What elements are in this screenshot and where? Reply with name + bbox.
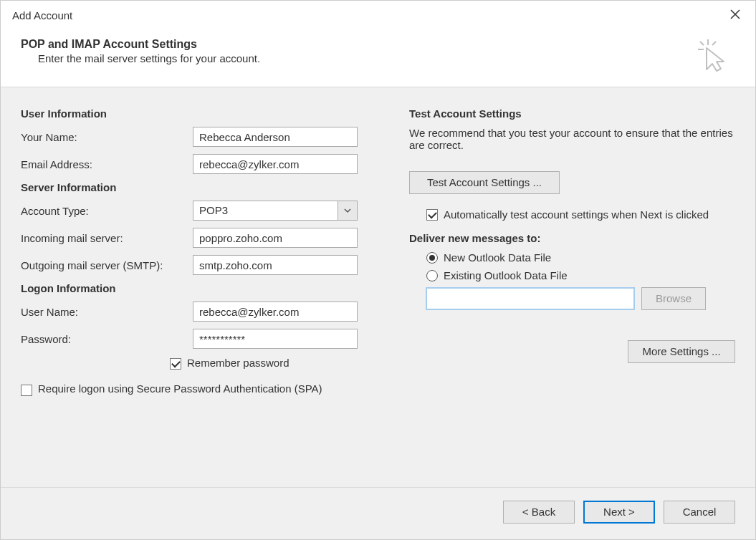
incoming-server-input[interactable] <box>193 228 358 248</box>
outgoing-server-label: Outgoing mail server (SMTP): <box>21 259 193 271</box>
account-type-select[interactable]: POP3 <box>193 201 358 221</box>
existing-data-file-label: Existing Outlook Data File <box>444 269 568 281</box>
header-subheading: Enter the mail server settings for your … <box>21 52 260 64</box>
auto-test-checkbox[interactable] <box>426 209 438 221</box>
outgoing-server-input[interactable] <box>193 255 358 275</box>
new-data-file-radio[interactable] <box>426 252 438 264</box>
account-type-label: Account Type: <box>21 205 193 217</box>
remember-password-checkbox[interactable] <box>170 358 181 370</box>
close-icon[interactable] <box>724 5 747 25</box>
window-title: Add Account <box>12 9 72 21</box>
spa-label: Require logon using Secure Password Auth… <box>38 382 322 395</box>
titlebar: Add Account <box>1 1 755 28</box>
back-button[interactable]: < Back <box>503 501 575 524</box>
remember-password-label: Remember password <box>187 357 290 369</box>
test-settings-description: We recommend that you test your account … <box>409 127 735 151</box>
user-info-title: User Information <box>21 107 386 120</box>
dialog-header: POP and IMAP Account Settings Enter the … <box>1 28 755 87</box>
your-name-label: Your Name: <box>21 131 193 143</box>
server-info-title: Server Information <box>21 181 386 193</box>
dialog-footer: < Back Next > Cancel <box>1 487 755 539</box>
existing-data-file-radio[interactable] <box>426 270 438 281</box>
spa-checkbox[interactable] <box>21 385 32 396</box>
incoming-server-label: Incoming mail server: <box>21 232 193 244</box>
email-address-input[interactable] <box>193 154 358 174</box>
deliver-messages-title: Deliver new messages to: <box>409 232 735 244</box>
svg-line-3 <box>712 42 716 45</box>
dialog-content: User Information Your Name: Email Addres… <box>1 87 755 487</box>
next-button[interactable]: Next > <box>583 501 655 524</box>
new-data-file-label: New Outlook Data File <box>444 251 551 264</box>
svg-line-2 <box>700 42 704 45</box>
test-settings-title: Test Account Settings <box>409 107 735 120</box>
password-label: Password: <box>21 333 193 345</box>
email-address-label: Email Address: <box>21 158 193 170</box>
username-input[interactable] <box>193 302 358 322</box>
password-input[interactable] <box>193 329 358 349</box>
right-column: Test Account Settings We recommend that … <box>409 105 735 474</box>
your-name-input[interactable] <box>193 127 358 147</box>
test-account-settings-button[interactable]: Test Account Settings ... <box>409 171 560 194</box>
add-account-window: Add Account POP and IMAP Account Setting… <box>0 0 756 540</box>
account-type-value: POP3 <box>193 201 338 221</box>
browse-button[interactable]: Browse <box>641 287 706 310</box>
header-heading: POP and IMAP Account Settings <box>21 38 260 51</box>
cursor-click-icon <box>695 38 729 72</box>
username-label: User Name: <box>21 306 193 318</box>
left-column: User Information Your Name: Email Addres… <box>21 105 386 474</box>
logon-info-title: Logon Information <box>21 282 386 294</box>
existing-file-path-input[interactable] <box>426 288 634 309</box>
chevron-down-icon[interactable] <box>338 201 358 221</box>
cancel-button[interactable]: Cancel <box>664 501 735 524</box>
auto-test-label: Automatically test account settings when… <box>444 207 709 222</box>
more-settings-button[interactable]: More Settings ... <box>628 340 735 363</box>
